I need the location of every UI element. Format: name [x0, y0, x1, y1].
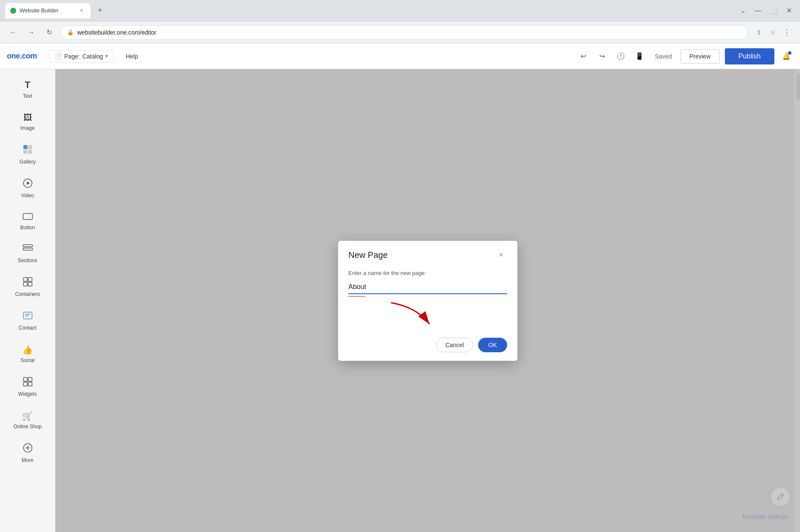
- sidebar-item-video[interactable]: Video: [3, 172, 52, 205]
- svg-rect-13: [23, 312, 32, 319]
- svg-rect-3: [28, 150, 32, 154]
- dialog-footer: Cancel OK: [338, 333, 517, 361]
- address-bar[interactable]: 🔒 websitebuilder.one.com/editor: [61, 25, 748, 40]
- redo-button[interactable]: ↪: [595, 50, 609, 63]
- lock-icon: 🔒: [67, 29, 74, 35]
- page-label: Page:: [64, 53, 80, 60]
- page-name-input[interactable]: [348, 281, 507, 294]
- svg-rect-17: [28, 377, 32, 381]
- bookmark-button[interactable]: ☆: [767, 26, 779, 38]
- svg-marker-5: [27, 181, 30, 185]
- ok-button[interactable]: OK: [478, 338, 507, 352]
- sidebar-item-image[interactable]: 🖼 Image: [3, 107, 52, 137]
- page-dropdown-arrow: ▾: [105, 53, 108, 59]
- sidebar-item-sections-label: Sections: [18, 257, 37, 263]
- sidebar-item-contact-label: Contact: [19, 325, 36, 331]
- url-display: websitebuilder.one.com/editor: [77, 29, 742, 36]
- undo-button[interactable]: ↩: [576, 50, 590, 63]
- video-icon: [23, 178, 32, 190]
- dialog-header: New Page ×: [338, 241, 517, 268]
- window-maximize-button[interactable]: ⬜: [768, 5, 780, 17]
- more-icon: [23, 443, 32, 455]
- app-header: one.com 📄 Page: Catalog ▾ Help ↩ ↪ 🕐 📱 S…: [0, 44, 800, 69]
- page-icon: 📄: [55, 53, 62, 60]
- social-icon: 👍: [22, 345, 33, 355]
- arrow-annotation: [382, 298, 451, 333]
- sidebar-item-social[interactable]: 👍 Social: [3, 339, 52, 369]
- text-icon: T: [25, 79, 30, 91]
- new-page-dialog: New Page × Enter a name for the new page…: [338, 241, 517, 361]
- sidebar-item-containers[interactable]: Containers: [3, 271, 52, 303]
- notification-dot: [788, 51, 791, 55]
- help-button[interactable]: Help: [120, 50, 143, 62]
- tab-close-button[interactable]: ×: [78, 7, 85, 15]
- sidebar-item-social-label: Social: [20, 357, 35, 363]
- history-button[interactable]: 🕐: [614, 50, 628, 63]
- tab-title: Website Builder: [20, 7, 74, 14]
- sidebar-item-contact[interactable]: Contact: [3, 305, 52, 337]
- browser-tab[interactable]: Website Builder ×: [5, 3, 91, 18]
- svg-rect-18: [23, 382, 27, 386]
- sidebar-item-gallery[interactable]: Gallery: [3, 139, 52, 171]
- sidebar-item-containers-label: Containers: [15, 291, 40, 297]
- button-icon: [23, 212, 33, 222]
- publish-button[interactable]: Publish: [725, 48, 774, 64]
- sidebar-item-sections[interactable]: Sections: [3, 238, 52, 269]
- mobile-view-button[interactable]: 📱: [633, 50, 646, 63]
- sidebar: T Text 🖼 Image: [0, 69, 55, 532]
- modal-backdrop: New Page × Enter a name for the new page…: [55, 69, 800, 532]
- forward-button[interactable]: →: [25, 26, 38, 39]
- sidebar-item-text[interactable]: T Text: [3, 73, 52, 105]
- sidebar-item-widgets-label: Widgets: [18, 391, 37, 397]
- browser-more-button[interactable]: ⋮: [780, 26, 793, 39]
- sidebar-item-online-shop[interactable]: 🛒 Online Shop: [3, 405, 52, 436]
- preview-button[interactable]: Preview: [680, 49, 720, 64]
- input-underline: [348, 296, 365, 297]
- dialog-label: Enter a name for the new page:: [348, 270, 507, 276]
- sidebar-item-widgets[interactable]: Widgets: [3, 371, 52, 403]
- sidebar-item-more-label: More: [22, 457, 33, 463]
- svg-rect-2: [23, 150, 27, 154]
- svg-rect-6: [23, 213, 32, 219]
- canvas-area: New Page × Enter a name for the new page…: [55, 69, 800, 532]
- page-selector[interactable]: 📄 Page: Catalog ▾: [49, 50, 114, 63]
- back-button[interactable]: ←: [7, 26, 20, 39]
- logo: one.com: [7, 52, 37, 61]
- cancel-button[interactable]: Cancel: [436, 338, 473, 352]
- sidebar-item-button[interactable]: Button: [3, 206, 52, 237]
- sidebar-item-more[interactable]: More: [3, 437, 52, 469]
- window-minimize-button[interactable]: —: [752, 5, 764, 17]
- svg-rect-7: [23, 245, 32, 247]
- svg-rect-9: [23, 278, 27, 281]
- window-more-button[interactable]: ⌄: [737, 5, 749, 17]
- new-tab-button[interactable]: +: [94, 5, 106, 17]
- svg-rect-19: [28, 382, 32, 386]
- gallery-icon: [23, 145, 32, 156]
- sidebar-item-button-label: Button: [20, 225, 35, 231]
- svg-rect-12: [28, 282, 32, 286]
- sidebar-item-text-label: Text: [23, 93, 32, 99]
- svg-rect-11: [23, 282, 27, 286]
- svg-rect-16: [23, 377, 27, 381]
- refresh-button[interactable]: ↻: [43, 26, 55, 39]
- notification-button[interactable]: 🔔: [780, 50, 793, 63]
- image-icon: 🖼: [23, 113, 32, 123]
- sections-icon: [23, 244, 33, 255]
- window-close-button[interactable]: ✕: [783, 5, 795, 17]
- widgets-icon: [23, 377, 32, 389]
- sidebar-item-image-label: Image: [20, 125, 35, 131]
- svg-rect-10: [28, 278, 32, 281]
- sidebar-item-gallery-label: Gallery: [19, 159, 35, 165]
- share-button[interactable]: ⇧: [753, 26, 765, 38]
- tab-favicon: [10, 8, 16, 14]
- contact-icon: [23, 311, 32, 322]
- saved-status: Saved: [651, 53, 675, 60]
- online-shop-icon: 🛒: [22, 411, 33, 421]
- page-name: Catalog: [82, 53, 103, 60]
- sidebar-item-online-shop-label: Online Shop: [13, 424, 41, 430]
- dialog-title: New Page: [348, 250, 388, 260]
- containers-icon: [23, 277, 32, 289]
- sidebar-item-video-label: Video: [21, 193, 34, 199]
- svg-rect-0: [23, 145, 27, 149]
- dialog-close-button[interactable]: ×: [495, 249, 507, 261]
